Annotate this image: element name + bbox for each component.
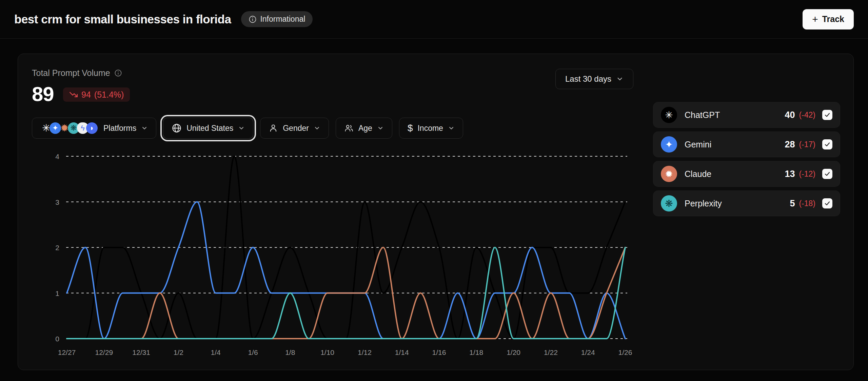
legend-platform-name: Perplexity	[685, 199, 722, 208]
metric-label: Total Prompt Volume	[32, 68, 110, 78]
chevron-down-icon	[377, 125, 384, 132]
date-range-label: Last 30 days	[565, 74, 611, 84]
metric-delta-percent: (51.4%)	[94, 90, 124, 100]
series-line-gemini	[67, 202, 625, 339]
track-button[interactable]: + Track	[803, 9, 854, 29]
date-range-select[interactable]: Last 30 days	[555, 69, 633, 89]
x-axis-tick-label: 1/10	[320, 348, 334, 356]
gender-filter-button[interactable]: Gender	[260, 118, 329, 139]
dollar-icon: $	[408, 123, 413, 134]
metric-delta-value: 94	[81, 90, 91, 100]
platform-legend: ✳ ChatGPT 40 (-42) ✦ Gemini 28 (-17) ✹	[653, 102, 840, 220]
x-axis-tick-label: 1/14	[395, 348, 409, 356]
y-axis-tick-label: 3	[55, 198, 59, 206]
country-filter-label: United States	[186, 124, 233, 133]
checkmark-icon	[824, 171, 831, 177]
metric-delta-badge: 94 (51.4%)	[63, 87, 130, 102]
intent-badge: Informational	[241, 11, 313, 27]
x-axis-tick-label: 1/26	[618, 348, 632, 356]
income-filter-button[interactable]: $ Income	[399, 118, 463, 139]
x-axis-tick-label: 1/20	[507, 348, 520, 356]
top-bar: best crm for small businesses in florida…	[0, 0, 868, 39]
people-icon	[344, 123, 354, 133]
chevron-down-icon	[314, 125, 320, 132]
swirl-icon: ◗	[86, 122, 98, 134]
legend-platform-value: 5	[790, 198, 795, 209]
gemini-checkbox[interactable]	[822, 139, 832, 149]
income-filter-label: Income	[417, 124, 443, 133]
platform-icons-stack: ✳ ✦ ✹ ❋ ϟ ◗	[40, 122, 95, 134]
legend-platform-delta: (-18)	[799, 199, 815, 208]
legend-platform-value: 40	[785, 110, 795, 120]
x-axis-tick-label: 1/18	[469, 348, 483, 356]
claude-icon: ✹	[661, 166, 677, 182]
chatgpt-icon: ✳	[661, 107, 677, 123]
x-axis-tick-label: 1/24	[581, 348, 595, 356]
legend-platform-value: 13	[785, 169, 795, 179]
legend-item-chatgpt[interactable]: ✳ ChatGPT 40 (-42)	[653, 102, 840, 128]
x-axis-tick-label: 12/31	[132, 348, 150, 356]
age-filter-label: Age	[358, 124, 372, 133]
chevron-down-icon	[448, 125, 455, 132]
x-axis-tick-label: 12/27	[58, 348, 76, 356]
series-line-claude	[67, 247, 625, 339]
track-button-label: Track	[822, 14, 844, 24]
checkmark-icon	[824, 200, 831, 207]
checkmark-icon	[824, 141, 831, 148]
x-axis-tick-label: 1/16	[432, 348, 446, 356]
page-title: best crm for small businesses in florida	[14, 13, 231, 26]
series-line-chatgpt	[67, 156, 625, 339]
platforms-filter-button[interactable]: ✳ ✦ ✹ ❋ ϟ ◗ Platforms	[32, 118, 156, 139]
x-axis-tick-label: 1/4	[211, 348, 221, 356]
info-icon	[249, 15, 257, 23]
x-axis-tick-label: 12/29	[95, 348, 113, 356]
claude-checkbox[interactable]	[822, 169, 832, 179]
plus-icon: +	[812, 14, 818, 24]
x-axis-tick-label: 1/22	[544, 348, 558, 356]
chevron-down-icon	[141, 125, 148, 132]
x-axis-tick-label: 1/2	[174, 348, 183, 356]
legend-item-gemini[interactable]: ✦ Gemini 28 (-17)	[653, 132, 840, 157]
prompt-volume-card: Total Prompt Volume 89 94 (51.4%) Last 3…	[18, 54, 854, 370]
legend-platform-name: ChatGPT	[685, 110, 720, 120]
chevron-down-icon	[616, 75, 624, 83]
gemini-icon: ✦	[661, 136, 677, 153]
metric-value: 89	[32, 82, 54, 106]
y-axis-tick-label: 2	[55, 244, 59, 252]
legend-platform-delta: (-17)	[799, 140, 815, 149]
country-filter-button[interactable]: United States	[163, 118, 253, 139]
intent-badge-label: Informational	[260, 15, 305, 24]
checkmark-icon	[824, 112, 831, 118]
gender-filter-label: Gender	[283, 124, 309, 133]
trending-down-icon	[69, 90, 78, 99]
chevron-down-icon	[238, 125, 245, 132]
perplexity-checkbox[interactable]	[822, 198, 832, 208]
platforms-filter-label: Platforms	[103, 124, 136, 133]
legend-item-claude[interactable]: ✹ Claude 13 (-12)	[653, 161, 840, 187]
person-icon	[269, 123, 278, 133]
y-axis-tick-label: 1	[55, 289, 59, 297]
legend-platform-name: Claude	[685, 169, 711, 179]
x-axis-tick-label: 1/8	[285, 348, 295, 356]
chatgpt-checkbox[interactable]	[822, 110, 832, 120]
series-line-perplexity	[67, 247, 625, 339]
legend-platform-delta: (-42)	[799, 111, 815, 120]
y-axis-tick-label: 4	[55, 153, 59, 160]
y-axis-tick-label: 0	[55, 335, 59, 343]
globe-icon	[172, 123, 182, 133]
perplexity-icon: ❋	[661, 195, 677, 212]
legend-item-perplexity[interactable]: ❋ Perplexity 5 (-18)	[653, 190, 840, 216]
info-icon[interactable]	[114, 69, 122, 77]
metric-label-row: Total Prompt Volume	[32, 68, 122, 78]
legend-platform-name: Gemini	[685, 140, 711, 149]
x-axis-tick-label: 1/12	[358, 348, 372, 356]
filters-row: ✳ ✦ ✹ ❋ ϟ ◗ Platforms United States	[32, 118, 463, 139]
age-filter-button[interactable]: Age	[336, 118, 392, 139]
x-axis-tick-label: 1/6	[248, 348, 258, 356]
legend-platform-delta: (-12)	[799, 169, 815, 179]
legend-platform-value: 28	[785, 139, 795, 150]
